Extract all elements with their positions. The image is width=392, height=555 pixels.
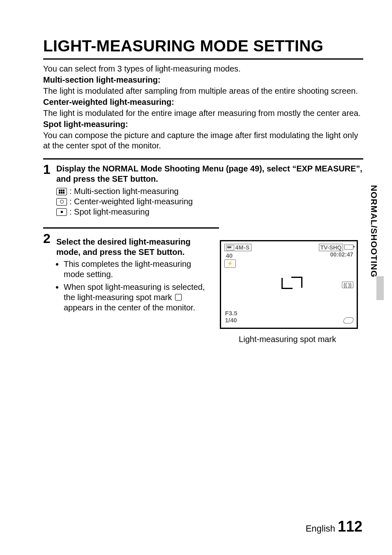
lcd-caption: Light-measuring spot mark — [220, 335, 355, 344]
spot-label: : Spot light-measuring — [69, 207, 150, 217]
spot-icon — [56, 208, 67, 216]
audio-icon: (( )) — [342, 282, 353, 288]
multi-section-label: : Multi-section light-measuring — [69, 187, 179, 196]
page-footer: English 112 — [306, 518, 362, 535]
section-tab-marker — [376, 276, 384, 300]
lcd-time: 00:02:47 — [319, 251, 353, 258]
section-tab: NORMAL/SHOOTING — [369, 185, 379, 278]
multi-section-icon — [56, 188, 67, 195]
spot-mark-inline-icon — [175, 294, 182, 301]
step-1-number: 1 — [43, 163, 56, 176]
step-2-bullet-2: When spot light-measuring is selected, t… — [64, 282, 210, 313]
lcd-quality: TV-SHQ — [319, 244, 343, 251]
sd-icon — [342, 317, 354, 324]
spot-text: You can compose the picture and capture … — [43, 130, 363, 151]
spot-mark-icon — [281, 278, 293, 289]
step-1: 1 Display the NORMAL Mode Shooting Menu … — [43, 160, 363, 217]
center-heading: Center-weighted light-measuring: — [43, 97, 363, 107]
spot-heading: Spot light-measuring: — [43, 119, 363, 130]
step-1-title: Display the NORMAL Mode Shooting Menu (p… — [56, 164, 363, 184]
multi-text: The light is modulated after sampling fr… — [43, 86, 363, 96]
battery-icon — [344, 245, 353, 250]
flash-icon: ⚡ — [224, 259, 236, 268]
page-title: LIGHT-MEASURING MODE SETTING — [43, 37, 363, 60]
step-2-number: 2 — [43, 232, 56, 245]
camera-lcd: 4M-S 40 ⚡ TV-SHQ 00:02:47 (( )) F3.5 1/4… — [220, 240, 358, 329]
card-icon — [226, 245, 234, 250]
lcd-shutter: 1/40 — [225, 317, 238, 324]
footer-language: English — [306, 523, 335, 534]
step-2: 2 Select the desired light-measuring mod… — [43, 229, 363, 344]
center-weighted-label: : Center-weighted light-measuring — [69, 197, 193, 206]
center-weighted-icon — [56, 198, 67, 206]
intro-lead: You can select from 3 types of light-mea… — [43, 64, 363, 74]
step-2-title: Select the desired light-measuring mode,… — [56, 237, 210, 257]
lcd-remaining: 40 — [226, 252, 233, 259]
step-2-bullet-1: This completes the light-measuring mode … — [64, 259, 210, 280]
lcd-aperture: F3.5 — [225, 310, 238, 317]
lcd-mode: 4M-S — [235, 244, 250, 251]
footer-page-number: 112 — [338, 518, 362, 535]
intro-block: You can select from 3 types of light-mea… — [43, 64, 363, 151]
multi-heading: Multi-section light-measuring: — [43, 75, 363, 85]
center-text: The light is modulated for the entire im… — [43, 108, 363, 118]
